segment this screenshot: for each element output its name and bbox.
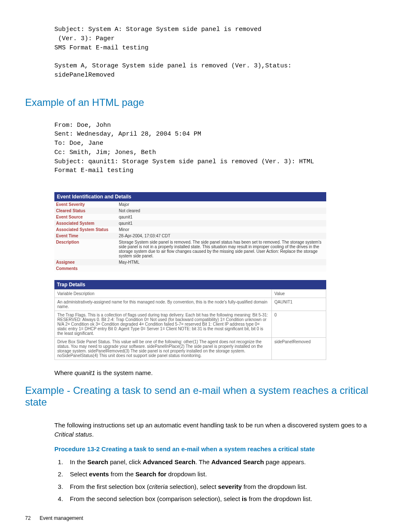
table-row: Cleared StatusNot cleared (54, 208, 326, 214)
table-row: Drive Box Side Panel Status. This value … (55, 338, 326, 360)
pager-email-block: Subject: System A: Storage System side p… (54, 25, 370, 80)
step-1: In the Search panel, click Advanced Sear… (65, 457, 370, 468)
trap-title: Trap Details (54, 280, 326, 289)
step-4: From the second selection box (compariso… (65, 493, 370, 504)
table-row: Event Time28-Apr-2004, 17:03:47 CDT (54, 233, 326, 239)
table-row: The Trap Flags. This is a collection of … (55, 311, 326, 338)
table-row: DescriptionStorage System side panel is … (54, 239, 326, 259)
table-row: Comments (54, 265, 326, 272)
heading-create-task: Example - Creating a task to send an e-m… (25, 385, 370, 408)
procedure-steps: In the Search panel, click Advanced Sear… (65, 457, 370, 504)
page-footer: 72 Event management (25, 515, 83, 521)
footer-section-label: Event management (40, 515, 83, 521)
table-row: An administratively-assigned name for th… (55, 298, 326, 311)
page-number: 72 (25, 515, 31, 521)
table-row: Associated System StatusMinor (54, 226, 326, 233)
trap-head-desc: Variable Description (55, 290, 272, 298)
table-row: Associated Systemqaunit1 (54, 220, 326, 226)
html-email-header-block: From: Doe, John Sent: Wednesday, April 2… (54, 121, 370, 176)
table-row: Event Sourceqaunit1 (54, 214, 326, 220)
event-identification-table: Event SeverityMajor Cleared StatusNot cl… (54, 201, 326, 272)
heading-html-example: Example of an HTML page (25, 97, 370, 108)
eid-title: Event Identification and Details (54, 192, 326, 201)
step-3: From the first selection box (criteria s… (65, 481, 370, 492)
step-2: Select events from the Search for dropdo… (65, 469, 370, 480)
table-row: AssigneeMay-HTML (54, 259, 326, 265)
trap-details-table: Variable Description Value An administra… (54, 289, 326, 360)
intro-paragraph: The following instructions set up an aut… (54, 421, 370, 439)
procedure-title: Procedure 13-2 Creating a task to send a… (54, 445, 370, 452)
table-row: Event SeverityMajor (54, 201, 326, 208)
where-note: Where quanit1 is the system name. (54, 368, 370, 378)
embedded-html-email: Event Identification and Details Event S… (54, 192, 326, 360)
trap-details-block: Trap Details Variable Description Value … (54, 280, 326, 360)
trap-head-value: Value (272, 290, 326, 298)
